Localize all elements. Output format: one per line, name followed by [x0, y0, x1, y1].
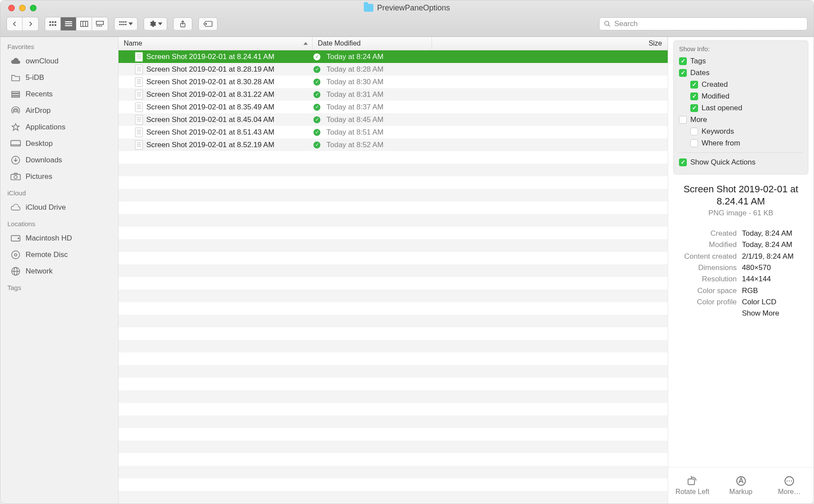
option-dates-created[interactable]: ✓ Created — [679, 79, 803, 90]
arrange-button[interactable] — [114, 17, 138, 30]
column-header-name[interactable]: Name — [119, 37, 313, 50]
sidebar-item-remote-disc[interactable]: Remote Disc — [7, 247, 115, 263]
kv-key: Created — [676, 228, 737, 239]
file-name: Screen Shot 2019-02-01 at 8.24.41 AM — [146, 53, 274, 61]
kv-value: Today, 8:24 AM — [742, 239, 806, 250]
svg-rect-32 — [12, 94, 20, 96]
checkmark-icon: ✓ — [313, 129, 320, 136]
svg-rect-2 — [54, 21, 56, 23]
sidebar-item-macintosh-hd[interactable]: Macintosh HD — [7, 230, 115, 247]
view-list-button[interactable] — [61, 17, 76, 30]
option-label: Keywords — [702, 127, 734, 136]
file-row[interactable]: Screen Shot 2019-02-01 at 8.52.19 AM✓Tod… — [119, 138, 668, 151]
kv-content-created: Content created 2/1/19, 8:24 AM — [676, 251, 806, 262]
view-column-button[interactable] — [76, 17, 92, 30]
file-row[interactable]: Screen Shot 2019-02-01 at 8.35.49 AM✓Tod… — [119, 101, 668, 113]
option-more[interactable]: More — [679, 114, 803, 125]
file-icon — [135, 102, 143, 112]
window-minimize-button[interactable] — [19, 5, 26, 11]
column-header-size[interactable]: Size — [432, 37, 668, 50]
desktop-icon — [10, 139, 21, 148]
file-icon — [135, 65, 143, 74]
file-row[interactable]: Screen Shot 2019-02-01 at 8.31.22 AM✓Tod… — [119, 88, 668, 101]
option-label: Created — [702, 80, 728, 89]
kv-color-profile: Color profile Color LCD — [676, 296, 806, 308]
quick-action-rotate-left[interactable]: Rotate Left — [668, 468, 717, 504]
share-button[interactable] — [173, 17, 192, 30]
downloads-icon — [10, 155, 21, 165]
svg-rect-19 — [125, 21, 126, 23]
svg-point-42 — [18, 238, 19, 239]
sidebar-item-5-idb[interactable]: 5-iDB — [7, 69, 115, 86]
svg-point-34 — [14, 109, 17, 112]
window-close-button[interactable] — [8, 5, 15, 11]
option-tags[interactable]: ✓ Tags — [679, 55, 803, 67]
file-name-cell: Screen Shot 2019-02-01 at 8.52.19 AM — [119, 140, 313, 150]
option-dates-last-opened[interactable]: ✓ Last opened — [679, 102, 803, 114]
column-header-name-label: Name — [124, 40, 142, 47]
kv-show-more: Show More — [676, 308, 806, 319]
file-row[interactable]: Screen Shot 2019-02-01 at 8.51.43 AM✓Tod… — [119, 126, 668, 138]
sidebar-item-label: 5-iDB — [26, 73, 44, 82]
option-label: More — [690, 115, 707, 124]
file-row[interactable]: Screen Shot 2019-02-01 at 8.24.41 AM✓Tod… — [119, 50, 668, 63]
file-name: Screen Shot 2019-02-01 at 8.35.49 AM — [146, 103, 274, 112]
edit-tags-button[interactable] — [198, 17, 218, 30]
action-menu-button[interactable] — [144, 17, 167, 30]
file-icon — [135, 115, 143, 125]
preview-options-title: Show Info: — [679, 45, 803, 53]
back-button[interactable] — [7, 17, 23, 30]
sidebar-item-downloads[interactable]: Downloads — [7, 152, 115, 168]
svg-rect-9 — [80, 21, 88, 26]
sidebar-item-desktop[interactable]: Desktop — [7, 135, 115, 152]
rotate-left-icon — [686, 476, 699, 486]
share-icon — [179, 20, 186, 28]
quick-action-markup[interactable]: Markup — [717, 468, 765, 504]
kv-value: RGB — [742, 285, 806, 296]
svg-rect-33 — [12, 96, 20, 98]
view-gallery-button[interactable] — [92, 17, 108, 30]
quick-action-more[interactable]: More… — [765, 468, 814, 504]
checkbox-icon: ✓ — [690, 92, 698, 100]
file-row[interactable]: Screen Shot 2019-02-01 at 8.45.04 AM✓Tod… — [119, 113, 668, 126]
sidebar-item-owncloud[interactable]: ownCloud — [7, 53, 115, 69]
kv-key: Modified — [676, 239, 737, 250]
show-more-link[interactable]: Show More — [742, 308, 806, 319]
sidebar-item-network[interactable]: Network — [7, 263, 115, 280]
file-rows[interactable]: Screen Shot 2019-02-01 at 8.24.41 AM✓Tod… — [119, 50, 668, 504]
checkmark-icon: ✓ — [313, 116, 320, 123]
option-more-keywords[interactable]: Keywords — [679, 125, 803, 137]
search-input[interactable] — [614, 20, 803, 28]
arrange-icon — [119, 21, 127, 27]
forward-button[interactable] — [23, 17, 38, 30]
quick-actions: Rotate Left Markup More… — [668, 467, 814, 504]
sidebar-item-label: Macintosh HD — [26, 234, 72, 243]
sidebar-item-applications[interactable]: Applications — [7, 119, 115, 135]
sync-status: ✓ — [313, 91, 321, 98]
sidebar-item-recents[interactable]: Recents — [7, 86, 115, 102]
option-dates[interactable]: ✓ Dates — [679, 67, 803, 79]
view-icon-button[interactable] — [45, 17, 61, 30]
svg-rect-15 — [101, 25, 102, 26]
svg-rect-4 — [52, 24, 53, 26]
file-row[interactable]: Screen Shot 2019-02-01 at 8.30.28 AM✓Tod… — [119, 76, 668, 88]
file-row[interactable]: Screen Shot 2019-02-01 at 8.28.19 AM✓Tod… — [119, 63, 668, 76]
sidebar-item-icloud-drive[interactable]: iCloud Drive — [7, 199, 115, 216]
file-name-cell: Screen Shot 2019-02-01 at 8.30.28 AM — [119, 77, 313, 87]
svg-rect-7 — [65, 23, 72, 24]
file-icon — [135, 52, 143, 62]
search-field[interactable] — [599, 17, 807, 30]
option-show-quick-actions[interactable]: ✓ Show Quick Actions — [679, 156, 803, 168]
column-header-date[interactable]: Date Modified — [313, 37, 432, 50]
svg-marker-25 — [158, 22, 162, 25]
file-name: Screen Shot 2019-02-01 at 8.31.22 AM — [146, 90, 274, 99]
option-dates-modified[interactable]: ✓ Modified — [679, 90, 803, 102]
folder-icon — [364, 4, 373, 12]
window-maximize-button[interactable] — [30, 5, 36, 11]
sidebar-item-airdrop[interactable]: AirDrop — [7, 102, 115, 119]
sidebar-item-pictures[interactable]: Pictures — [7, 168, 115, 185]
disc-icon — [10, 250, 21, 260]
option-more-where-from[interactable]: Where from — [679, 137, 803, 149]
sidebar-item-label: AirDrop — [26, 106, 51, 115]
kv-key — [676, 308, 737, 319]
